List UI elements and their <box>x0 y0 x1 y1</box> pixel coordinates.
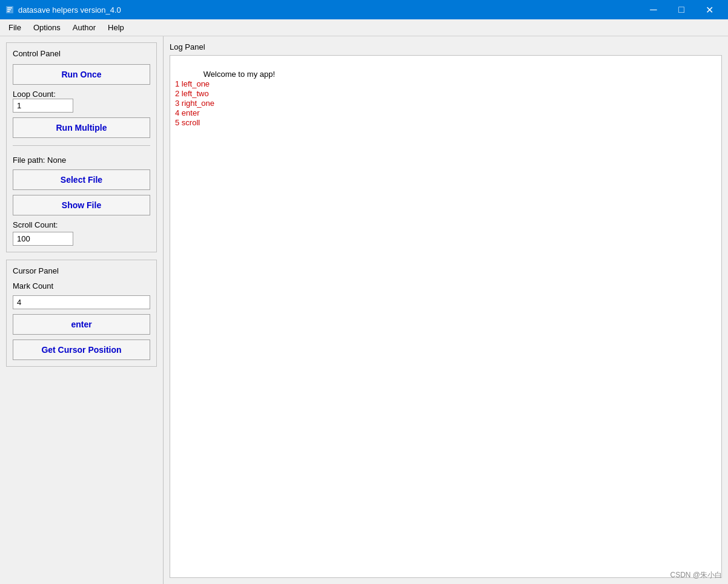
control-panel: Control Panel Run Once Loop Count: Run M… <box>6 42 157 252</box>
loop-count-label: Loop Count: <box>13 90 150 99</box>
enter-button[interactable]: enter <box>13 314 150 335</box>
title-bar: datasave helpers version_4.0 ─ □ ✕ <box>0 0 728 19</box>
select-file-button[interactable]: Select File <box>13 169 150 190</box>
app-icon <box>5 5 15 15</box>
cursor-panel: Cursor Panel Mark Count enter Get Cursor… <box>6 260 157 367</box>
run-once-button[interactable]: Run Once <box>13 64 150 85</box>
file-path-text: File path: None <box>13 156 150 165</box>
mark-count-label: Mark Count <box>13 281 150 290</box>
mark-count-input[interactable] <box>13 295 150 309</box>
main-layout: Control Panel Run Once Loop Count: Run M… <box>0 36 728 584</box>
scroll-count-section: Scroll Count: <box>13 220 150 246</box>
menu-author[interactable]: Author <box>67 21 102 34</box>
window-controls: ─ □ ✕ <box>640 0 723 19</box>
divider-1 <box>13 145 150 146</box>
menu-options[interactable]: Options <box>27 21 67 34</box>
right-panel: Log Panel Welcome to my app! 1 left_one … <box>164 36 728 584</box>
log-area: Welcome to my app! 1 left_one 2 left_two… <box>170 55 722 578</box>
window-title: datasave helpers version_4.0 <box>18 5 640 15</box>
scroll-count-label: Scroll Count: <box>13 220 150 229</box>
loop-count-input[interactable] <box>13 99 73 113</box>
minimize-button[interactable]: ─ <box>640 0 667 19</box>
log-panel-label: Log Panel <box>170 42 722 51</box>
menu-help[interactable]: Help <box>102 21 130 34</box>
watermark: CSDN @朱小白 <box>670 570 722 580</box>
menu-bar: File Options Author Help <box>0 19 728 36</box>
maximize-button[interactable]: □ <box>667 0 695 19</box>
control-panel-label: Control Panel <box>13 49 150 58</box>
get-cursor-position-button[interactable]: Get Cursor Position <box>13 340 150 360</box>
close-button[interactable]: ✕ <box>695 0 723 19</box>
menu-file[interactable]: File <box>2 21 27 34</box>
loop-count-section: Loop Count: <box>13 90 150 113</box>
scroll-count-input[interactable] <box>13 232 73 246</box>
cursor-panel-label: Cursor Panel <box>13 266 150 275</box>
show-file-button[interactable]: Show File <box>13 195 150 215</box>
run-multiple-button[interactable]: Run Multiple <box>13 117 150 138</box>
left-panel: Control Panel Run Once Loop Count: Run M… <box>0 36 164 584</box>
